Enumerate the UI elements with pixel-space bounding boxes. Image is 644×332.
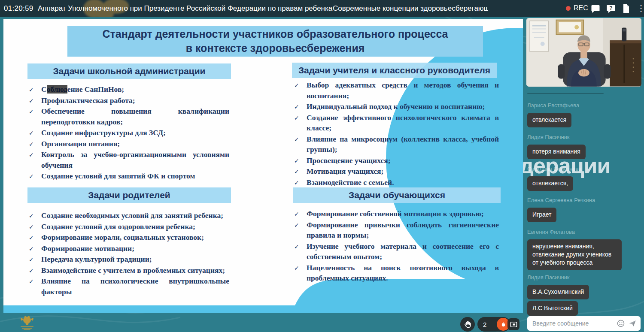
bullet-item: ✓Создание инфраструктуры для ЗСД; (28, 127, 229, 138)
students-task-list: ✓Формирование собственной мотивации к зд… (294, 208, 499, 284)
admin-task-list: ✓ Соблюдение СанПиНов; ✓Профилактическая… (28, 84, 229, 182)
emoji-smile-icon (617, 319, 625, 328)
bullet-text: Влияние на психологические внутришкольны… (41, 277, 229, 296)
bullet-text: Изучение учебного материала и соотнесени… (307, 242, 499, 261)
bullet-item: ✓Создание условий для оздоровления ребен… (28, 221, 229, 232)
check-bullet-icon: ✓ (294, 102, 299, 112)
top-bar: 01:20:59 Аппарат Уполномоченного при Пре… (0, 0, 644, 17)
raise-hand-button[interactable] (460, 317, 475, 332)
reaction-count: 2 (483, 321, 486, 328)
check-bullet-icon: ✓ (294, 156, 299, 166)
bullet-text: Взаимодействие с учителем в проблемных с… (41, 266, 225, 275)
bullet-text: Организация питания; (41, 139, 120, 148)
bullet-text: Обеспечение повышения квалификации переп… (41, 107, 229, 126)
bullet-text: Формирование привычки соблюдать гигиенич… (307, 220, 499, 240)
check-bullet-icon: ✓ (294, 113, 299, 124)
check-bullet-icon: ✓ (294, 241, 299, 252)
check-bullet-icon: ✓ (29, 232, 34, 243)
check-bullet-icon: ✓ (29, 85, 34, 95)
bullet-item: ✓Нацеленность на поиск позитивного выход… (294, 263, 499, 284)
emoji-button[interactable] (616, 319, 626, 328)
panel-divider (527, 93, 604, 94)
chat-bubble: отвлекается (527, 113, 571, 127)
bullet-item: ✓Профилактическая работа; (28, 95, 229, 106)
chat-input[interactable] (532, 320, 614, 327)
chat-bubble: потеря внимания (527, 145, 586, 159)
bullet-item: ✓Создание условий для занятий ФК и спорт… (28, 171, 229, 181)
bullet-item: ✓Индивидуальный подход к обучению и восп… (294, 101, 499, 112)
help-icon[interactable]: ? (606, 3, 616, 14)
chat-bubble: Л.С Выготский (527, 301, 578, 316)
menu-kebab-icon[interactable]: ⋮ (637, 3, 644, 13)
bullet-text: Создание условий для занятий ФК и спорто… (41, 172, 195, 180)
check-bullet-icon: ✓ (29, 244, 34, 254)
bullet-text: Просвещение учащихся; (307, 156, 390, 165)
check-bullet-icon: ✓ (29, 254, 34, 265)
bullet-item: ✓Влияние на микросоциум (коллектив класс… (294, 134, 499, 155)
bullet-text: Профилактическая работа; (41, 96, 135, 105)
chat-message: Лидия Пасичник потеря внимания (527, 134, 641, 161)
section-header-students: Задачи обучающихся (293, 187, 501, 203)
rec-dot-icon (566, 6, 571, 11)
recording-indicator: REC (566, 4, 588, 12)
teacher-task-list: ✓Выбор адекватных средств и методов обуч… (294, 80, 499, 188)
hand-icon (464, 320, 472, 329)
bullet-item: ✓Взаимодействие с учителем в проблемных … (28, 265, 229, 276)
reactions-button[interactable]: 2 (477, 317, 510, 332)
bullet-text: Мотивация учащихся; (307, 167, 383, 175)
bullet-item: ✓Контроль за учебно-организационными усл… (28, 149, 229, 170)
chat-author: Лидия Пасичник (527, 134, 641, 140)
picture-in-picture-icon (510, 321, 517, 328)
bullet-text: Создание эффективного психологического к… (307, 113, 499, 133)
chat-bubble: отвлекается, (527, 176, 573, 191)
rec-label: REC (574, 4, 588, 12)
check-bullet-icon: ✓ (29, 106, 34, 117)
document-icon[interactable] (621, 3, 631, 14)
layout-toggle-button[interactable] (507, 318, 519, 330)
bullet-text: Создание инфраструктуры для ЗСД; (41, 128, 166, 137)
section-header-teacher: Задачи учителя и классного руководителя (292, 63, 497, 78)
slide-title: Стандарт деятельности участников образов… (67, 26, 483, 57)
bullet-text: Выбор адекватных средств и методов обуче… (307, 81, 499, 100)
speaker-video-tile[interactable] (526, 18, 641, 87)
check-bullet-icon: ✓ (294, 134, 299, 145)
chat-bubble: В.А.Сухомлинский (527, 285, 589, 299)
chat-message: Лидия Пасичник В.А.Сухомлинский Л.С Выго… (527, 274, 641, 317)
slide-title-line1: Стандарт деятельности участников образов… (102, 27, 448, 41)
bullet-text: Нацеленность на поиск позитивного выхода… (307, 263, 499, 283)
chat-message: Елена Сергеевна Речкина Играет (527, 197, 641, 224)
bullet-item: ✓Взаимодействие с семьей. (294, 177, 499, 188)
bullet-item: ✓Создание эффективного психологического … (294, 112, 499, 133)
bullet-item: ✓Организация питания; (28, 139, 229, 149)
chat-message: Лариса Евстафьева отвлекается (527, 102, 641, 129)
check-bullet-icon: ✓ (294, 166, 299, 177)
chat-author: Лидия Пасичник (527, 274, 641, 281)
chat-bubble: нарушение внимания, отвлекание других уч… (527, 239, 622, 270)
bullet-text: Формирование мотивации; (41, 244, 134, 253)
chat-input-bar (527, 316, 641, 331)
flame-icon (500, 321, 507, 328)
bullet-item: ✓Передача культурной традиции; (28, 254, 229, 265)
bullet-item: ✓Изучение учебного материала и соотнесен… (294, 241, 499, 262)
presentation-slide: Стандарт деятельности участников образов… (3, 19, 523, 313)
bullet-item: ✓Выбор адекватных средств и методов обуч… (294, 80, 499, 101)
check-bullet-icon: ✓ (294, 209, 299, 220)
section-header-admin: Задачи школьной администрации (27, 63, 231, 79)
chat-message: Евгения Филатова нарушение внимания, отв… (527, 229, 641, 272)
check-bullet-icon: ✓ (29, 139, 34, 150)
bullet-text: Взаимодействие с семьей. (307, 178, 394, 187)
organization-title: Аппарат Уполномоченного при Президенте Р… (38, 4, 332, 13)
check-bullet-icon: ✓ (294, 220, 299, 231)
bullet-text: Индивидуальный подход к обучению и воспи… (307, 102, 485, 111)
check-bullet-icon: ✓ (29, 128, 34, 139)
webinar-title: Современные концепции здоровьесберегающе… (333, 4, 488, 13)
check-bullet-icon: ✓ (294, 80, 299, 91)
bullet-item: ✓Влияние на психологические внутришкольн… (28, 276, 229, 297)
chat-icon[interactable] (590, 3, 601, 14)
chat-bubble: Играет (527, 208, 556, 222)
send-button[interactable] (628, 319, 637, 328)
check-bullet-icon: ✓ (29, 222, 34, 232)
speaker-video-content (526, 18, 641, 87)
check-bullet-icon: ✓ (29, 266, 34, 276)
parents-task-list: ✓Создание необходимых условий для заняти… (28, 210, 229, 297)
